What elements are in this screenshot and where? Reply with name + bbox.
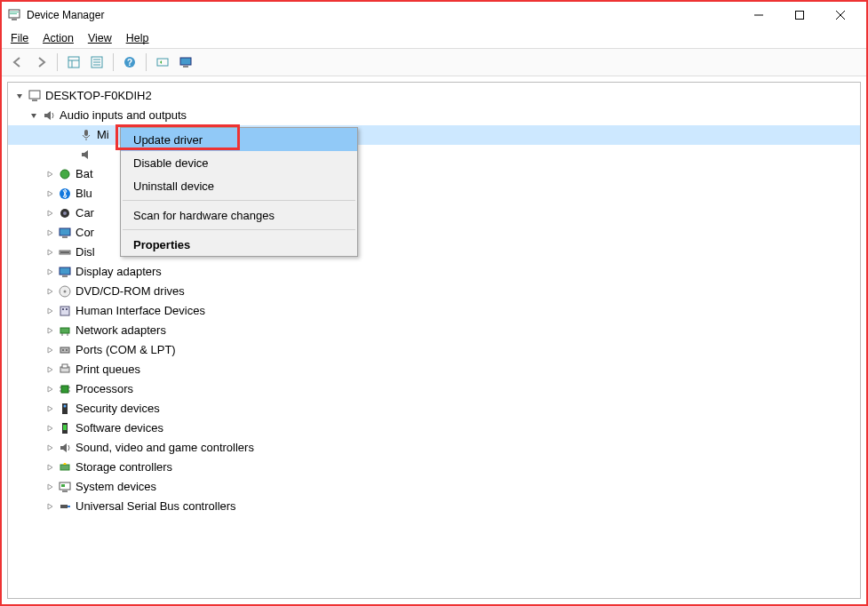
category-node[interactable]: Sound, video and game controllers (8, 438, 860, 458)
svg-rect-32 (60, 267, 70, 275)
svg-rect-58 (62, 490, 68, 492)
context-separator (123, 200, 355, 201)
audio-category-node[interactable]: Audio inputs and outputs (8, 106, 860, 125)
category-label: Cor (76, 223, 94, 243)
context-disable-device[interactable]: Disable device (121, 151, 357, 174)
category-node[interactable]: Print queues (8, 360, 860, 379)
svg-point-53 (64, 405, 67, 408)
chevron-right-icon[interactable] (44, 207, 56, 219)
context-scan-hardware[interactable]: Scan for hardware changes (121, 203, 357, 227)
category-node[interactable]: Processors (8, 379, 860, 399)
titlebar: Device Manager (2, 2, 866, 28)
forward-button[interactable] (30, 52, 52, 73)
svg-point-44 (66, 349, 68, 351)
devmgmt-icon (7, 8, 21, 22)
computer-icon (28, 89, 42, 103)
svg-text:?: ? (127, 58, 132, 68)
menu-file[interactable]: File (11, 32, 28, 44)
chevron-right-icon[interactable] (44, 344, 56, 356)
svg-rect-47 (61, 386, 68, 393)
chevron-right-icon[interactable] (44, 422, 56, 435)
svg-rect-1 (12, 19, 17, 20)
chevron-right-icon[interactable] (44, 442, 56, 454)
chevron-right-icon[interactable] (44, 187, 56, 200)
chevron-down-icon[interactable] (13, 90, 26, 102)
svg-point-27 (63, 211, 67, 215)
svg-rect-31 (60, 251, 69, 253)
svg-rect-18 (180, 58, 191, 65)
svg-rect-8 (68, 57, 79, 68)
category-node[interactable]: Universal Serial Bus controllers (8, 497, 860, 516)
show-hide-tree-button[interactable] (63, 52, 84, 73)
svg-rect-17 (157, 59, 168, 66)
chevron-right-icon[interactable] (44, 324, 56, 337)
context-properties[interactable]: Properties (121, 233, 357, 256)
speaker-icon (79, 148, 93, 162)
category-node[interactable]: DVD/CD-ROM drives (8, 282, 860, 301)
category-icon (58, 480, 72, 494)
category-icon (58, 245, 72, 259)
category-label: Blu (76, 184, 92, 203)
window-title: Device Manager (27, 9, 738, 21)
chevron-right-icon[interactable] (44, 461, 56, 474)
category-node[interactable]: Network adapters (8, 321, 860, 340)
category-icon (58, 187, 72, 201)
category-label: Storage controllers (76, 458, 172, 477)
chevron-right-icon[interactable] (44, 227, 56, 239)
menu-view[interactable]: View (88, 32, 112, 44)
chevron-right-icon[interactable] (44, 246, 56, 259)
category-node[interactable]: System devices (8, 477, 860, 497)
category-node[interactable]: Storage controllers (8, 458, 860, 477)
svg-rect-56 (60, 465, 69, 470)
category-icon (58, 226, 72, 240)
help-toolbar-button[interactable]: ? (119, 52, 140, 73)
context-uninstall-device[interactable]: Uninstall device (121, 174, 357, 197)
category-icon (58, 206, 72, 220)
context-update-driver[interactable]: Update driver (121, 128, 357, 151)
svg-rect-37 (62, 308, 64, 310)
maximize-button[interactable] (779, 2, 820, 28)
chevron-right-icon[interactable] (44, 168, 56, 180)
category-label: Software devices (76, 419, 163, 438)
svg-rect-55 (63, 425, 67, 430)
chevron-right-icon[interactable] (44, 383, 56, 395)
category-node[interactable]: Ports (COM & LPT) (8, 340, 860, 360)
category-node[interactable]: Human Interface Devices (8, 301, 860, 321)
minimize-button[interactable] (738, 2, 779, 28)
chevron-right-icon[interactable] (44, 363, 56, 376)
chevron-right-icon[interactable] (44, 403, 56, 415)
category-label: Universal Serial Bus controllers (76, 497, 236, 516)
scan-hardware-button[interactable] (152, 52, 173, 73)
root-node[interactable]: DESKTOP-F0KDIH2 (8, 86, 860, 106)
category-node[interactable]: Software devices (8, 419, 860, 438)
back-button[interactable] (7, 52, 28, 73)
root-label: DESKTOP-F0KDIH2 (45, 86, 152, 106)
svg-rect-28 (60, 228, 70, 235)
chevron-right-icon[interactable] (44, 500, 56, 513)
category-node[interactable]: Security devices (8, 399, 860, 419)
category-icon (58, 421, 72, 435)
speaker-icon (42, 108, 56, 123)
category-label: DVD/CD-ROM drives (76, 282, 185, 301)
svg-point-43 (62, 349, 64, 351)
svg-rect-20 (29, 91, 40, 99)
menu-help[interactable]: Help (126, 32, 149, 44)
chevron-right-icon[interactable] (44, 481, 56, 493)
properties-toolbar-button[interactable] (86, 52, 108, 73)
chevron-right-icon[interactable] (44, 305, 56, 317)
chevron-down-icon[interactable] (28, 109, 40, 122)
chevron-right-icon[interactable] (44, 285, 56, 298)
svg-rect-3 (10, 13, 17, 14)
close-button[interactable] (820, 2, 861, 28)
context-separator (123, 229, 355, 230)
monitor-toolbar-button[interactable] (175, 52, 196, 73)
menu-action[interactable]: Action (43, 32, 74, 44)
svg-rect-59 (61, 484, 65, 487)
category-label: Human Interface Devices (76, 301, 205, 321)
category-icon (58, 363, 72, 377)
svg-rect-2 (10, 12, 19, 12)
chevron-right-icon[interactable] (44, 266, 56, 278)
svg-rect-36 (60, 307, 69, 315)
category-node[interactable]: Display adapters (8, 262, 860, 282)
svg-point-35 (64, 291, 67, 293)
